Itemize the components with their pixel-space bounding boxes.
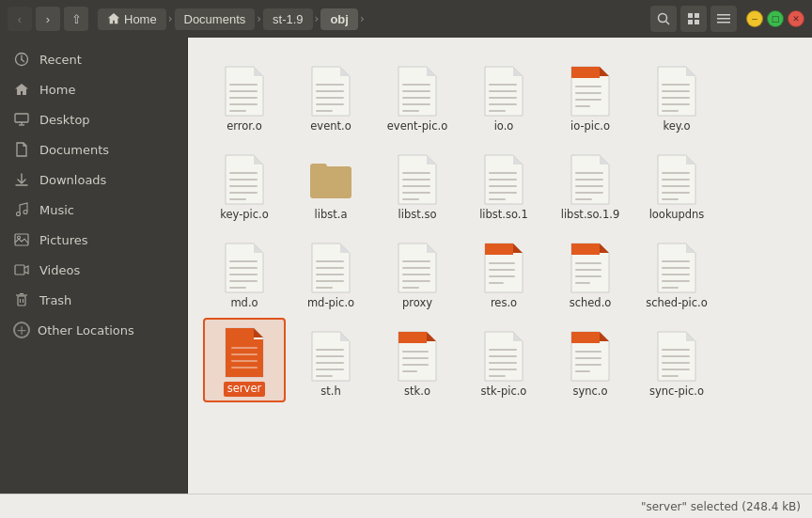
- search-button[interactable]: [650, 6, 677, 32]
- breadcrumb-sep-3: ›: [315, 12, 320, 25]
- minimize-button[interactable]: −: [746, 10, 763, 27]
- svg-rect-75: [575, 185, 603, 187]
- file-item[interactable]: md.o: [203, 229, 286, 314]
- file-item[interactable]: error.o: [203, 53, 286, 137]
- svg-rect-91: [316, 280, 344, 282]
- file-item[interactable]: libst.a: [289, 141, 372, 226]
- file-item[interactable]: sync.o: [549, 318, 632, 402]
- file-item[interactable]: st.h: [289, 318, 372, 402]
- forward-button[interactable]: ›: [36, 7, 60, 31]
- svg-rect-43: [489, 97, 517, 99]
- file-item[interactable]: sched-pic.o: [635, 229, 718, 314]
- maximize-button[interactable]: □: [767, 10, 784, 27]
- file-item[interactable]: sync-pic.o: [635, 318, 718, 402]
- sidebar-item-documents[interactable]: Documents: [0, 135, 187, 164]
- file-icon: [308, 65, 353, 118]
- sidebar-label-trash: Trash: [39, 293, 71, 307]
- toolbar-right: [650, 6, 737, 32]
- file-item[interactable]: key.o: [635, 53, 718, 137]
- svg-rect-126: [402, 357, 429, 359]
- svg-rect-112: [662, 287, 679, 289]
- breadcrumb-bar: Home › Documents › st-1.9 › obj ›: [98, 8, 641, 30]
- back-button[interactable]: ‹: [8, 7, 32, 31]
- svg-rect-92: [316, 287, 333, 289]
- up-button[interactable]: ⇧: [64, 7, 88, 31]
- file-item[interactable]: lookupdns: [635, 141, 718, 226]
- svg-rect-108: [662, 260, 690, 262]
- breadcrumb-st19[interactable]: st-1.9: [263, 8, 313, 30]
- svg-rect-44: [489, 103, 517, 105]
- file-name: lookupdns: [649, 209, 705, 222]
- svg-rect-63: [402, 172, 430, 174]
- svg-rect-68: [489, 172, 517, 174]
- svg-rect-39: [402, 103, 430, 105]
- svg-rect-51: [662, 84, 690, 86]
- file-item[interactable]: sched.o: [549, 229, 632, 314]
- sidebar-label-documents: Documents: [39, 143, 109, 157]
- sidebar-item-desktop[interactable]: Desktop: [0, 105, 187, 133]
- svg-line-1: [666, 22, 670, 25]
- menu-button[interactable]: [710, 6, 737, 32]
- svg-rect-66: [402, 192, 430, 194]
- svg-rect-104: [575, 262, 601, 264]
- svg-rect-79: [662, 179, 690, 181]
- svg-rect-69: [489, 179, 517, 181]
- file-item[interactable]: libst.so: [376, 141, 459, 226]
- sidebar-item-music[interactable]: Music: [0, 196, 187, 224]
- svg-rect-65: [402, 185, 430, 187]
- status-text: "server" selected (248.4 kB): [641, 500, 801, 513]
- svg-rect-106: [575, 275, 601, 277]
- trash-icon: [13, 291, 30, 308]
- file-item[interactable]: libst.so.1: [462, 141, 545, 226]
- sidebar-item-videos[interactable]: Videos: [0, 256, 187, 284]
- file-item[interactable]: event.o: [289, 53, 372, 137]
- breadcrumb-obj[interactable]: obj: [320, 8, 358, 30]
- breadcrumb-home[interactable]: Home: [98, 8, 166, 30]
- close-button[interactable]: ✕: [788, 10, 804, 27]
- svg-rect-57: [229, 179, 258, 181]
- sidebar-item-recent[interactable]: Recent: [0, 45, 187, 73]
- svg-rect-6: [717, 14, 730, 16]
- svg-rect-98: [485, 243, 513, 255]
- svg-rect-56: [229, 172, 258, 174]
- breadcrumb-sep-4: ›: [360, 12, 365, 25]
- sidebar-item-pictures[interactable]: Pictures: [0, 226, 187, 254]
- file-item[interactable]: stk-pic.o: [462, 318, 545, 402]
- file-item[interactable]: res.o: [462, 229, 545, 314]
- svg-rect-71: [489, 192, 517, 194]
- svg-rect-130: [489, 355, 517, 357]
- svg-rect-74: [575, 179, 603, 181]
- sidebar-label-music: Music: [39, 203, 74, 217]
- file-item[interactable]: io-pic.o: [549, 53, 632, 137]
- sidebar-item-downloads[interactable]: Downloads: [0, 165, 187, 194]
- svg-rect-50: [575, 105, 590, 107]
- file-item[interactable]: event-pic.o: [376, 53, 459, 137]
- file-item[interactable]: md-pic.o: [289, 229, 372, 314]
- sidebar-item-other-locations[interactable]: + Other Locations: [0, 316, 187, 344]
- sidebar: Recent Home Desktop: [0, 38, 188, 494]
- file-item[interactable]: stk.o: [376, 318, 459, 402]
- svg-rect-85: [229, 274, 258, 275]
- file-icon: [222, 242, 267, 294]
- file-item[interactable]: server: [203, 318, 286, 402]
- file-item[interactable]: proxy: [376, 229, 459, 314]
- file-name: key.o: [663, 120, 690, 133]
- file-item[interactable]: key-pic.o: [203, 141, 286, 226]
- svg-rect-38: [402, 97, 430, 99]
- sidebar-item-home[interactable]: Home: [0, 75, 187, 103]
- svg-rect-121: [316, 362, 344, 364]
- titlebar: ‹ › ⇧ Home › Documents › st-1.9 › obj ›: [0, 0, 812, 38]
- view-toggle-button[interactable]: [680, 6, 707, 32]
- svg-rect-61: [310, 166, 351, 198]
- file-name: sync.o: [572, 385, 607, 399]
- breadcrumb-home-label: Home: [124, 12, 157, 26]
- breadcrumb-documents[interactable]: Documents: [175, 8, 256, 30]
- file-name: server: [224, 382, 265, 397]
- svg-rect-88: [316, 260, 344, 262]
- sidebar-item-trash[interactable]: Trash: [0, 286, 187, 314]
- svg-rect-105: [575, 269, 601, 271]
- file-item[interactable]: libst.so.1.9: [549, 141, 632, 226]
- svg-rect-134: [571, 332, 600, 343]
- file-item[interactable]: io.o: [462, 53, 545, 137]
- svg-rect-97: [402, 287, 419, 289]
